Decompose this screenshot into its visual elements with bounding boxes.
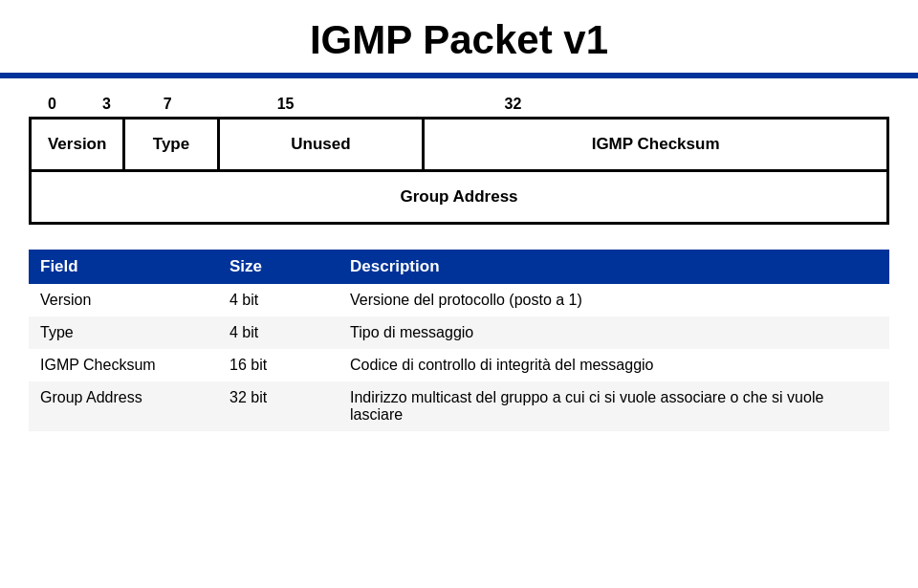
header-description: Description bbox=[339, 250, 889, 284]
cell-field: IGMP Checksum bbox=[29, 349, 218, 381]
title-section: IGMP Packet v1 bbox=[0, 0, 918, 73]
page-title: IGMP Packet v1 bbox=[310, 17, 608, 62]
header-size: Size bbox=[218, 250, 339, 284]
cell-group-address: Group Address bbox=[32, 172, 886, 222]
bit-label-0: 0 bbox=[48, 96, 56, 113]
cell-desc: Codice di controllo di integrità del mes… bbox=[339, 349, 889, 381]
table-header: Field Size Description bbox=[29, 250, 889, 284]
cell-field: Version bbox=[29, 284, 218, 316]
cell-igmp-checksum: IGMP Checksum bbox=[425, 120, 886, 169]
description-table: Field Size Description Version4 bitVersi… bbox=[29, 250, 889, 431]
cell-desc: Indirizzo multicast del gruppo a cui ci … bbox=[339, 381, 889, 431]
page: IGMP Packet v1 0 3 7 15 32 Version Type … bbox=[0, 0, 918, 588]
header-field: Field bbox=[29, 250, 218, 284]
packet-row-1: Version Type Unused IGMP Checksum bbox=[29, 117, 889, 169]
bit-label-15: 15 bbox=[277, 96, 295, 113]
table-row: Type4 bitTipo di messaggio bbox=[29, 316, 889, 349]
cell-size: 16 bit bbox=[218, 349, 339, 381]
cell-size: 4 bit bbox=[218, 316, 339, 349]
table-row: Group Address32 bitIndirizzo multicast d… bbox=[29, 381, 889, 431]
description-table-wrapper: Field Size Description Version4 bitVersi… bbox=[0, 250, 918, 441]
cell-desc: Versione del protocollo (posto a 1) bbox=[339, 284, 889, 316]
packet-diagram: 0 3 7 15 32 Version Type Unused IGMP Che… bbox=[0, 78, 918, 234]
bit-label-3: 3 bbox=[102, 96, 111, 113]
table-row: Version4 bitVersione del protocollo (pos… bbox=[29, 284, 889, 316]
bit-labels: 0 3 7 15 32 bbox=[29, 96, 889, 113]
cell-desc: Tipo di messaggio bbox=[339, 316, 889, 349]
cell-version: Version bbox=[32, 120, 125, 169]
table-body: Version4 bitVersione del protocollo (pos… bbox=[29, 284, 889, 431]
table-row: IGMP Checksum16 bitCodice di controllo d… bbox=[29, 349, 889, 381]
cell-size: 32 bit bbox=[218, 381, 339, 431]
cell-field: Type bbox=[29, 316, 218, 349]
bit-label-7: 7 bbox=[164, 96, 172, 113]
cell-type: Type bbox=[125, 120, 219, 169]
cell-size: 4 bit bbox=[218, 284, 339, 316]
cell-field: Group Address bbox=[29, 381, 218, 431]
table-header-row: Field Size Description bbox=[29, 250, 889, 284]
cell-unused: Unused bbox=[220, 120, 426, 169]
packet-row-2: Group Address bbox=[29, 169, 889, 225]
bit-label-32: 32 bbox=[505, 96, 522, 113]
